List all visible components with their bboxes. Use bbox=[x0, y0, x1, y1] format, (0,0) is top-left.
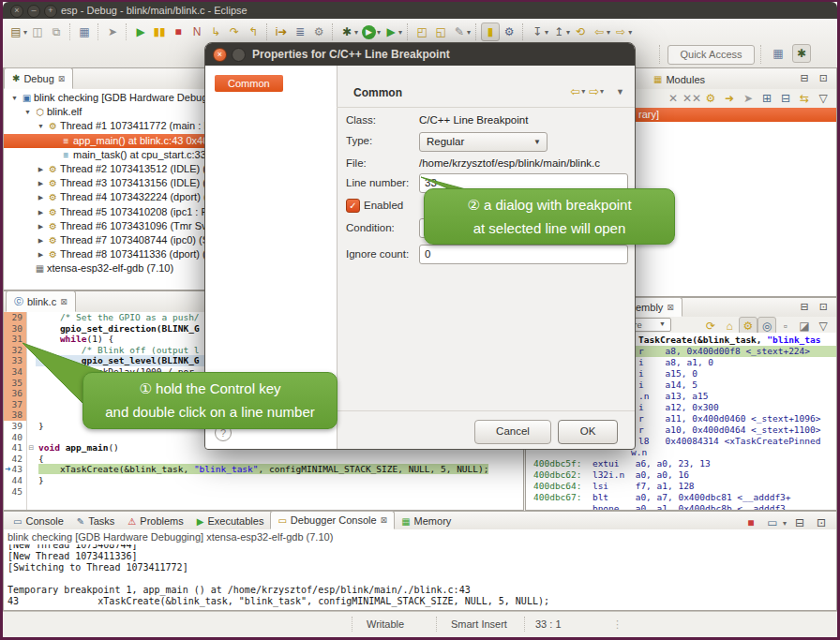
tab-modules[interactable]: ▦ Modules bbox=[646, 69, 712, 89]
forward-icon[interactable]: ⇨ bbox=[611, 22, 630, 41]
show-debug-view-icon[interactable]: ≣ bbox=[291, 22, 309, 41]
tree-expander-icon[interactable]: ▶ bbox=[36, 205, 46, 219]
tree-expander-icon[interactable]: ▶ bbox=[36, 176, 46, 190]
instruction-stepping-icon[interactable]: i➜ bbox=[272, 22, 291, 41]
chevron-down-icon[interactable]: ▾ bbox=[23, 28, 27, 37]
run-icon[interactable]: ▶ bbox=[362, 25, 376, 39]
ok-button[interactable]: OK bbox=[558, 420, 618, 444]
tree-expander-icon[interactable]: ▶ bbox=[36, 233, 46, 247]
open-perspective-icon[interactable]: ▦ bbox=[769, 44, 788, 63]
dialog-close-button[interactable]: × bbox=[213, 48, 227, 62]
line-number[interactable]: 42 bbox=[4, 454, 26, 465]
expand-all-icon[interactable]: ⊞ bbox=[758, 89, 776, 108]
back-icon[interactable]: ⇦ bbox=[570, 84, 580, 98]
line-number[interactable]: 45 bbox=[4, 486, 26, 498]
step-into-icon[interactable]: ↳ bbox=[206, 22, 225, 41]
line-number[interactable]: 40 bbox=[4, 432, 26, 443]
fold-toggle-icon[interactable]: ⊟ bbox=[27, 442, 36, 454]
line-number[interactable]: 44 bbox=[4, 475, 26, 486]
terminate-icon[interactable]: ■ bbox=[169, 22, 188, 41]
tab-console[interactable]: ▭Console bbox=[7, 513, 70, 529]
line-number[interactable]: 32 bbox=[4, 345, 26, 356]
tree-expander-icon[interactable]: ▶ bbox=[36, 219, 46, 233]
tree-expander-icon[interactable]: ▶ bbox=[36, 190, 46, 204]
tree-expander-icon[interactable]: ▶ bbox=[36, 162, 46, 176]
chevron-down-icon[interactable]: ▾ bbox=[628, 28, 632, 37]
quick-access-button[interactable]: Quick Access bbox=[668, 45, 755, 65]
build-icon[interactable]: ⚙ bbox=[500, 22, 518, 41]
goto-file-icon[interactable]: ➜ bbox=[720, 89, 739, 108]
tab-problems[interactable]: ⚠Problems bbox=[121, 513, 189, 529]
remove-icon[interactable]: ✕ bbox=[664, 89, 682, 108]
line-number[interactable]: 29 bbox=[4, 312, 26, 323]
external-tools-icon[interactable]: ▶ bbox=[382, 22, 400, 41]
chevron-down-icon[interactable]: ▾ bbox=[545, 28, 548, 37]
enabled-checkbox[interactable]: ✓ bbox=[346, 199, 360, 213]
open-element-icon[interactable]: ▦ bbox=[75, 22, 94, 41]
tab-executables[interactable]: ▶Executables bbox=[190, 513, 271, 529]
cancel-button[interactable]: Cancel bbox=[474, 420, 551, 444]
line-number[interactable]: 36 bbox=[4, 388, 26, 399]
tab-memory[interactable]: ▦Memory bbox=[395, 513, 458, 529]
mark-occurrences-icon[interactable]: ✎ bbox=[450, 22, 469, 41]
step-filters-icon[interactable]: ⚙ bbox=[309, 22, 328, 41]
chevron-down-icon[interactable]: ▾ bbox=[783, 519, 787, 528]
remove-all-icon[interactable]: ✕✕ bbox=[682, 89, 701, 108]
line-number[interactable]: 34 bbox=[4, 366, 26, 378]
tree-expander-icon[interactable]: ▼ bbox=[36, 119, 46, 133]
chevron-down-icon[interactable]: ▼ bbox=[659, 320, 666, 327]
tree-expander-icon[interactable]: ▶ bbox=[36, 247, 46, 261]
tree-expander-icon[interactable]: ▼ bbox=[22, 105, 33, 119]
chevron-down-icon[interactable]: ▾ bbox=[607, 28, 610, 37]
console-output[interactable]: [New Thread 1073408744] [New Thread 1073… bbox=[8, 544, 836, 610]
window-maximize-button[interactable]: + bbox=[44, 5, 57, 18]
dialog-minimize-button[interactable] bbox=[232, 48, 246, 62]
resume-icon[interactable]: ▶ bbox=[131, 22, 150, 41]
tab-blink-c[interactable]: ⓒ blink.c ⊠ bbox=[6, 290, 76, 312]
collapse-all-icon[interactable]: ⊟ bbox=[776, 89, 795, 108]
ignore-count-input[interactable]: 0 bbox=[419, 245, 628, 264]
prev-annotation-icon[interactable]: ↥ bbox=[549, 22, 568, 41]
line-number[interactable]: 33 bbox=[4, 355, 26, 366]
view-menu-icon[interactable]: ▼ bbox=[616, 87, 624, 97]
type-dropdown[interactable]: Regular ▼ bbox=[419, 132, 548, 152]
tab-tasks[interactable]: ✎Tasks bbox=[70, 513, 122, 529]
line-number[interactable]: 39 bbox=[4, 421, 26, 432]
next-annotation-icon[interactable]: ↧ bbox=[528, 22, 547, 41]
disconnect-icon[interactable]: N bbox=[188, 22, 206, 41]
new-wizard-icon[interactable]: ▤ bbox=[7, 22, 25, 41]
window-minimize-button[interactable]: – bbox=[27, 5, 40, 18]
line-number[interactable]: 41 bbox=[4, 442, 26, 454]
chevron-down-icon[interactable]: ▾ bbox=[354, 28, 358, 37]
modules-selected-row[interactable]: rary] bbox=[620, 108, 836, 122]
step-over-icon[interactable]: ↷ bbox=[225, 22, 244, 41]
deselect-icon[interactable]: ➤ bbox=[739, 89, 758, 108]
line-number[interactable]: 37 bbox=[4, 399, 26, 410]
tab-debugger-console[interactable]: ▭Debugger Console⊠ bbox=[270, 511, 395, 529]
step-return-icon[interactable]: ↰ bbox=[244, 22, 262, 41]
chevron-down-icon[interactable]: ▾ bbox=[467, 28, 471, 37]
debug-perspective-icon[interactable]: ✱ bbox=[792, 44, 811, 63]
line-number[interactable]: 38 bbox=[4, 409, 26, 421]
suspend-icon[interactable]: ▮▮ bbox=[150, 22, 169, 41]
close-icon[interactable]: ⊠ bbox=[667, 303, 674, 312]
back-icon[interactable]: ⇦ bbox=[590, 22, 608, 41]
tree-expander-icon[interactable]: ▼ bbox=[9, 91, 20, 105]
close-icon[interactable]: ⊠ bbox=[58, 74, 66, 83]
chevron-down-icon[interactable]: ▾ bbox=[377, 28, 381, 37]
line-number-gutter[interactable]: 293031323334353637383940414243➜4445 bbox=[4, 312, 27, 510]
close-icon[interactable]: ⊠ bbox=[381, 515, 388, 525]
debug-icon[interactable]: ✱ bbox=[338, 22, 356, 41]
line-number[interactable]: 31 bbox=[4, 334, 26, 345]
last-edit-icon[interactable]: ⟲ bbox=[571, 22, 590, 41]
chevron-down-icon[interactable]: ▾ bbox=[566, 28, 570, 37]
tab-debug[interactable]: ✱ Debug ⊠ bbox=[4, 67, 73, 89]
chevron-down-icon[interactable]: ▾ bbox=[398, 28, 402, 37]
open-folder-icon[interactable]: ◰ bbox=[412, 22, 431, 41]
save-all-icon[interactable]: ⧉ bbox=[47, 22, 66, 41]
refresh-icon[interactable]: ⇆ bbox=[795, 89, 814, 108]
open-resource-icon[interactable]: ◱ bbox=[431, 22, 450, 41]
panel-minmax[interactable]: ⊟ ⊡ bbox=[801, 301, 832, 313]
panel-minmax[interactable]: ⊟ ⊡ bbox=[801, 72, 832, 84]
skip-all-breakpoints-icon[interactable]: ➤ bbox=[103, 22, 122, 41]
